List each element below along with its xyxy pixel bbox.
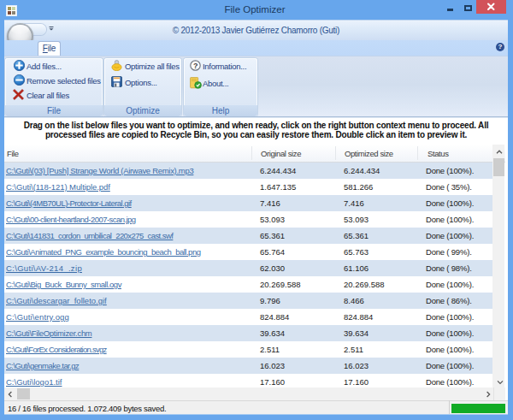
svg-text:?: ? <box>193 62 198 70</box>
